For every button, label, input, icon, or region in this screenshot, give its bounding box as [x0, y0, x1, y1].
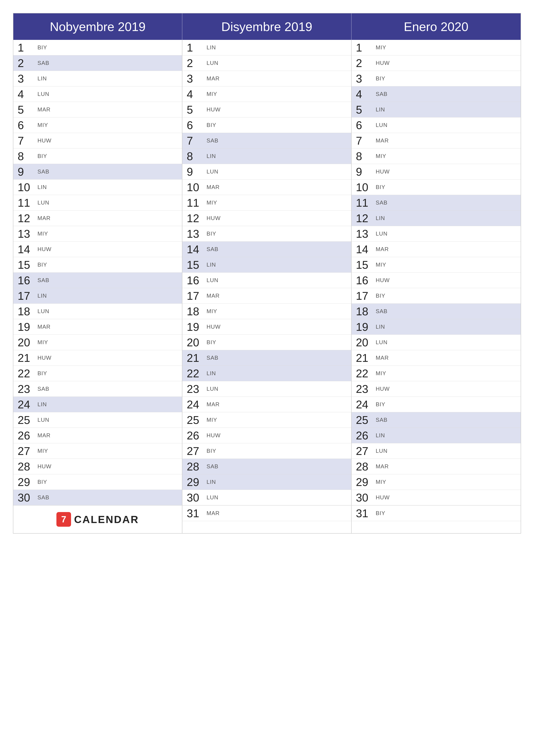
day-number: 22	[18, 368, 35, 379]
day-number: 27	[187, 446, 204, 457]
day-number: 9	[187, 166, 204, 177]
day-name: SAB	[376, 199, 388, 206]
jan-title: Enero 2020	[404, 20, 468, 34]
day-number: 7	[18, 135, 35, 146]
day-row: 8BIY	[13, 148, 182, 164]
day-number: 10	[18, 182, 35, 193]
day-row: 30SAB	[13, 490, 182, 505]
day-row: 11LUN	[13, 195, 182, 210]
day-row: 26MAR	[13, 428, 182, 443]
day-row: 19LIN	[352, 319, 521, 335]
day-name: LIN	[376, 106, 385, 113]
day-number: 28	[18, 461, 35, 472]
footer-left: 7 CALENDAR	[13, 505, 182, 533]
day-row: 15LIN	[182, 257, 351, 273]
day-number: 23	[356, 383, 373, 394]
day-name: LUN	[207, 386, 218, 392]
day-row: 11MIY	[182, 195, 351, 210]
day-row: 31MAR	[182, 505, 351, 521]
day-row: 1MIY	[352, 40, 521, 55]
day-number: 20	[187, 337, 204, 348]
day-name: MAR	[207, 75, 220, 82]
day-row: 24MAR	[182, 397, 351, 412]
day-name: BIY	[376, 401, 385, 408]
dec-title: Disyembre 2019	[221, 20, 312, 34]
day-row: 31BIY	[352, 505, 521, 521]
day-number: 25	[356, 415, 373, 426]
day-number: 28	[356, 461, 373, 472]
day-name: LIN	[376, 432, 385, 439]
day-name: MAR	[376, 246, 389, 253]
day-number: 14	[187, 244, 204, 255]
day-name: BIY	[207, 230, 216, 237]
day-number: 15	[187, 259, 204, 270]
day-row: 18MIY	[182, 304, 351, 319]
day-number: 1	[18, 42, 35, 53]
day-row: 11SAB	[352, 195, 521, 210]
day-name: LUN	[38, 308, 49, 315]
day-name: HUW	[207, 432, 220, 439]
day-row: 6LUN	[352, 118, 521, 133]
day-row: 9LUN	[182, 164, 351, 179]
day-number: 27	[356, 446, 373, 457]
day-name: MAR	[376, 137, 389, 144]
calendar-body: 1BIY2SAB3LIN4LUN5MAR6MIY7HUW8BIY9SAB10LI…	[13, 40, 521, 505]
day-row: 22BIY	[13, 366, 182, 381]
footer-area: 7 CALENDAR 31MAR 31BIY	[13, 505, 521, 533]
day-number: 28	[187, 461, 204, 472]
day-name: LUN	[376, 230, 388, 237]
day-row: 7HUW	[13, 133, 182, 148]
day-name: MAR	[207, 292, 220, 299]
day-number: 18	[18, 306, 35, 317]
day-name: SAB	[376, 308, 388, 315]
day-number: 23	[187, 383, 204, 394]
day-row: 9HUW	[352, 164, 521, 179]
day-number: 31	[356, 508, 373, 519]
day-name: MIY	[207, 199, 217, 206]
day-name: HUW	[376, 386, 390, 392]
day-number: 26	[18, 430, 35, 441]
day-number: 23	[18, 383, 35, 394]
calendar-header: Nobyembre 2019 Disyembre 2019 Enero 2020	[13, 14, 521, 40]
day-name: SAB	[38, 60, 49, 67]
day-name: BIY	[207, 339, 216, 346]
day-row: 26HUW	[182, 428, 351, 443]
day-number: 31	[187, 508, 204, 519]
day-number: 16	[187, 275, 204, 286]
day-number: 5	[356, 104, 373, 115]
day-name: SAB	[38, 494, 49, 501]
day-number: 12	[187, 213, 204, 224]
nov-header: Nobyembre 2019	[13, 14, 182, 40]
day-row: 20BIY	[182, 335, 351, 350]
day-name: BIY	[207, 447, 216, 454]
day-name: MAR	[207, 184, 220, 191]
day-row: 28SAB	[182, 459, 351, 474]
day-number: 29	[187, 476, 204, 488]
day-number: 29	[356, 476, 373, 488]
day-number: 6	[356, 120, 373, 131]
day-number: 22	[356, 368, 373, 379]
day-name: HUW	[38, 355, 51, 361]
day-name: BIY	[376, 510, 385, 517]
jan-column: 1MIY2HUW3BIY4SAB5LIN6LUN7MAR8MIY9HUW10BI…	[352, 40, 521, 505]
day-row: 26LIN	[352, 428, 521, 443]
day-name: MIY	[376, 479, 386, 485]
day-number: 18	[356, 306, 373, 317]
day-name: MAR	[38, 323, 51, 330]
day-number: 24	[187, 399, 204, 410]
day-number: 11	[18, 197, 35, 208]
day-number: 14	[356, 244, 373, 255]
day-number: 30	[356, 492, 373, 503]
day-name: LIN	[207, 44, 216, 51]
day-name: HUW	[38, 246, 51, 253]
day-name: BIY	[38, 370, 47, 377]
day-name: MAR	[376, 463, 389, 470]
day-name: MAR	[207, 510, 220, 517]
day-name: LUN	[38, 417, 49, 423]
day-number: 2	[187, 58, 204, 69]
day-number: 10	[187, 182, 204, 193]
day-number: 5	[187, 104, 204, 115]
day-number: 3	[18, 73, 35, 84]
day-row: 15BIY	[13, 257, 182, 273]
day-number: 17	[187, 290, 204, 302]
